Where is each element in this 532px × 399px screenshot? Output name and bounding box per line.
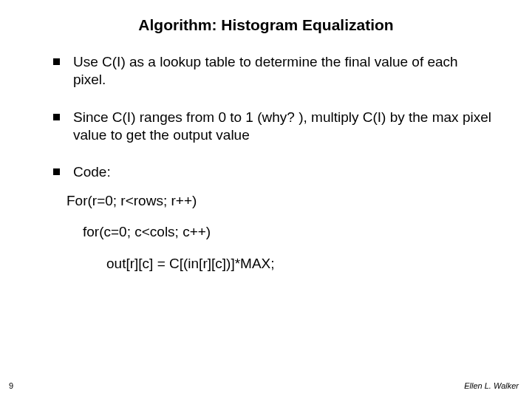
bullet-item: Use C(I) as a lookup table to determine …: [53, 53, 494, 89]
slide-title: Algorithm: Histogram Equalization: [0, 0, 532, 40]
bullet-text: Code:: [73, 163, 494, 181]
square-bullet-icon: [53, 168, 60, 175]
slide-content: Use C(I) as a lookup table to determine …: [0, 40, 532, 273]
square-bullet-icon: [53, 114, 60, 120]
page-number: 9: [9, 381, 13, 390]
bullet-text: Use C(I) as a lookup table to determine …: [73, 53, 494, 89]
author-name: Ellen L. Walker: [464, 381, 519, 390]
code-line: out[r][c] = C[(in[r][c])]*MAX;: [66, 255, 494, 273]
code-block: For(r=0; r<rows; r++) for(c=0; c<cols; c…: [53, 192, 494, 273]
bullet-text: Since C(I) ranges from 0 to 1 (why? ), m…: [73, 109, 494, 145]
bullet-item: Since C(I) ranges from 0 to 1 (why? ), m…: [53, 109, 494, 145]
code-line: for(c=0; c<cols; c++): [66, 223, 494, 242]
code-line: For(r=0; r<rows; r++): [66, 192, 494, 211]
square-bullet-icon: [53, 58, 60, 65]
slide: Algorithm: Histogram Equalization Use C(…: [0, 0, 532, 399]
bullet-item: Code:: [53, 163, 494, 181]
